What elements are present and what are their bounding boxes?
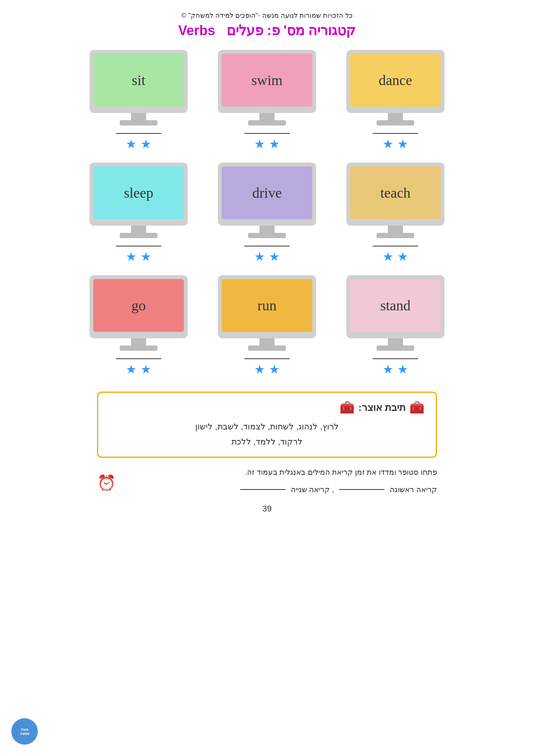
star-section-9: ★ ★ <box>343 358 448 376</box>
stand-neck-teach <box>388 226 403 233</box>
star-1b: ★ <box>140 137 151 151</box>
word-go: go <box>131 297 146 314</box>
star-4a: ★ <box>126 249 137 264</box>
stand-neck-swim <box>259 113 275 121</box>
stand-neck-go <box>131 338 146 346</box>
title-hebrew: קטגוריה מס' פ: פעלים <box>227 23 356 38</box>
monitor-run: run <box>214 275 320 351</box>
screen-sit: sit <box>93 54 184 107</box>
instruction-section: פתחו סטופר ומדדו את זמן קריאת המילים באנ… <box>97 465 437 496</box>
star-section-6: ★ ★ <box>343 246 448 264</box>
reading-first-blank[interactable] <box>339 489 384 490</box>
star-8b: ★ <box>269 362 280 376</box>
treasury-label: תיבת אוצר: <box>358 402 406 414</box>
stand-base-stand <box>377 345 414 351</box>
screen-swim: swim <box>222 54 312 107</box>
copyright-text: כל הזכויות שמורות לנועה מנשה -"הופכים למ… <box>181 11 353 20</box>
stand-base-drive <box>248 233 286 238</box>
stand-base-sleep <box>120 233 157 238</box>
star-section-3: ★ ★ <box>343 133 448 151</box>
star-line-1 <box>116 133 161 134</box>
star-section-1: ★ ★ <box>86 133 191 151</box>
stand-neck-drive <box>259 226 275 233</box>
monitor-swim: swim <box>214 50 320 125</box>
word-sit: sit <box>132 72 145 88</box>
treasury-title: 🧰 תיבת אוצר: 🧰 <box>110 400 424 415</box>
treasury-line1: לרוץ, לנהוג, לשחות, לצמוד, לשבת, לישון <box>110 419 424 434</box>
chest-icon-left: 🧰 <box>409 400 424 415</box>
monitor-go: go <box>86 275 191 351</box>
star-2b: ★ <box>269 137 280 151</box>
star-9b: ★ <box>397 362 408 376</box>
reading-second-label: , קריאה שנייה <box>291 483 334 496</box>
stand-base-go <box>120 345 157 351</box>
star-7a: ★ <box>126 362 137 376</box>
stars-4: ★ ★ <box>126 249 151 264</box>
stand-base-sit <box>120 120 157 125</box>
stars-1: ★ ★ <box>126 137 151 151</box>
word-drive: drive <box>252 184 282 201</box>
star-2a: ★ <box>254 137 265 151</box>
star-8a: ★ <box>254 362 265 376</box>
stand-base-run <box>248 345 286 351</box>
treasury-box: 🧰 תיבת אוצר: 🧰 לרוץ, לנהוג, לשחות, לצמוד… <box>97 392 437 458</box>
reading-line: קריאה ראשונה , קריאה שנייה <box>97 483 437 496</box>
star-line-6 <box>373 246 418 246</box>
screen-teach: teach <box>350 166 441 219</box>
word-dance: dance <box>379 72 412 88</box>
stars-3: ★ ★ <box>383 137 408 151</box>
stand-neck-stand <box>388 338 403 346</box>
monitor-drive: drive <box>214 163 320 238</box>
page-title: קטגוריה מס' פ: פעלים Verbs <box>178 23 356 39</box>
clock-icon: ⏰ <box>97 469 116 496</box>
word-sleep: sleep <box>124 184 153 201</box>
star-4b: ★ <box>140 249 151 264</box>
instruction-text: פתחו סטופר ומדדו את זמן קריאת המילים באנ… <box>97 465 437 479</box>
monitor-teach: teach <box>343 163 448 238</box>
monitor-stand: stand <box>343 275 448 351</box>
star-row-3: ★ ★ ★ ★ ★ ★ <box>40 358 494 376</box>
stand-neck-sleep <box>131 226 146 233</box>
star-5a: ★ <box>254 249 265 264</box>
stars-9: ★ ★ <box>383 362 408 376</box>
title-english: Verbs <box>178 23 215 38</box>
stand-neck-sit <box>131 113 146 121</box>
stand-base-teach <box>377 233 414 238</box>
screen-sleep: sleep <box>93 166 184 219</box>
chest-icon-right: 🧰 <box>340 400 355 415</box>
word-run: run <box>258 297 277 314</box>
star-3a: ★ <box>383 137 394 151</box>
star-line-2 <box>244 133 290 134</box>
star-line-9 <box>373 358 418 359</box>
stand-neck-dance <box>388 113 403 121</box>
stand-neck-run <box>259 338 275 346</box>
word-stand: stand <box>380 297 411 314</box>
star-section-7: ★ ★ <box>86 358 191 376</box>
stars-5: ★ ★ <box>254 249 280 264</box>
monitor-row-1: sit swim dan <box>86 50 448 125</box>
star-section-2: ★ ★ <box>214 133 320 151</box>
star-line-3 <box>373 133 418 134</box>
monitor-dance: dance <box>343 50 448 125</box>
reading-first-label: קריאה ראשונה <box>390 483 437 496</box>
star-section-4: ★ ★ <box>86 246 191 264</box>
star-row-1: ★ ★ ★ ★ ★ ★ <box>40 133 494 151</box>
monitor-row-3: go run stand <box>86 275 448 351</box>
page-number: 39 <box>262 504 272 514</box>
monitor-sleep: sleep <box>86 163 191 238</box>
stars-7: ★ ★ <box>126 362 151 376</box>
reading-second-blank[interactable] <box>240 489 286 490</box>
star-1a: ★ <box>126 137 137 151</box>
stars-8: ★ ★ <box>254 362 280 376</box>
monitor-sit: sit <box>86 50 191 125</box>
treasury-line2: לרקוד, ללמד, ללכת <box>110 434 424 449</box>
word-swim: swim <box>252 72 282 88</box>
monitor-row-2: sleep drive <box>86 163 448 238</box>
stand-base-swim <box>248 120 286 125</box>
star-7b: ★ <box>140 362 151 376</box>
screen-drive: drive <box>222 166 312 219</box>
stars-2: ★ ★ <box>254 137 280 151</box>
star-section-8: ★ ★ <box>214 358 320 376</box>
cards-grid: sit swim dan <box>40 50 494 388</box>
screen-run: run <box>222 279 312 332</box>
